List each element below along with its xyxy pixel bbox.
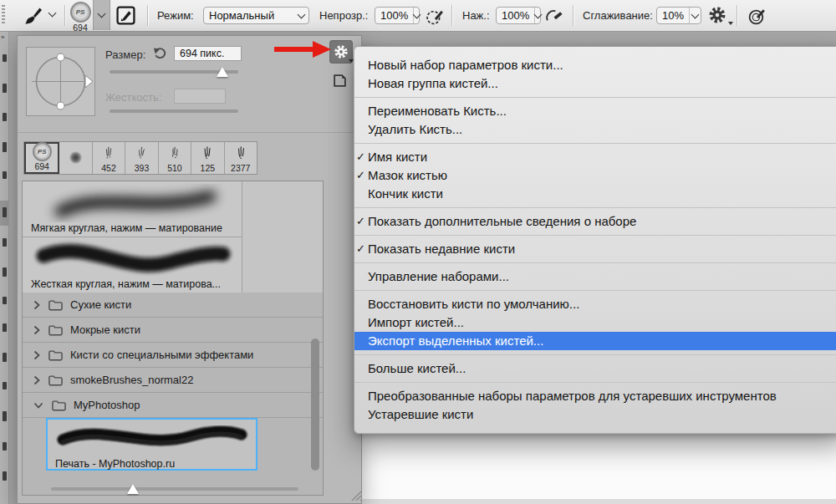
brush-list-item[interactable]: Мягкая круглая, нажим — матирование [23,181,242,237]
brush-size-number: 694 [69,23,91,33]
opacity-select[interactable]: 100% [375,7,420,24]
chevron-right-icon[interactable] [33,350,40,360]
tool-icon-partial[interactable] [3,54,7,62]
divider [573,5,574,26]
menu-item-label: Преобразованные наборы параметров для ус… [368,389,777,403]
chevron-right-icon[interactable] [33,325,40,335]
chevron-right-icon[interactable] [33,300,40,310]
menu-item-more-brushes[interactable]: Больше кистей... [354,359,836,378]
menu-item-label: Мазок кистью [368,168,447,182]
tool-icon-partial[interactable] [3,297,7,304]
brush-preset-preview[interactable]: PS 694 [69,1,91,33]
scrollbar-thumb[interactable] [311,339,319,471]
chevron-down-icon [98,10,106,18]
tool-preset-chevron-icon[interactable] [48,9,57,18]
smoothing-select[interactable]: 10% [656,7,701,24]
recent-brush[interactable]: 125 [191,142,224,174]
chevron-down-icon[interactable] [33,402,43,409]
tool-icon-partial[interactable] [3,442,7,451]
gear-icon [334,44,349,59]
menu-item-legacy-brushes[interactable]: Устаревшие кисти [354,405,836,424]
pressure-opacity-icon[interactable] [426,7,445,26]
menu-item-delete-brush[interactable]: Удалить Кисть... [354,120,836,139]
menu-item-restore-default-brushes[interactable]: Восстановить кисти по умолчанию... [354,295,836,313]
tool-icon-partial[interactable] [3,113,7,121]
tool-icon-partial[interactable] [3,323,7,332]
soft-round-brush-thumbnail [69,151,82,164]
thumbnail-size-slider[interactable] [51,487,298,491]
tool-icon-partial[interactable] [3,207,7,217]
menu-item-brush-stroke[interactable]: ✓Мазок кистью [354,166,836,185]
menu-item-brush-tip[interactable]: Кончик кисти [354,185,836,203]
size-input[interactable] [174,46,242,61]
reset-size-icon[interactable] [153,47,167,60]
menu-item-show-additional-info[interactable]: ✓Показать дополнительные сведения о набо… [354,212,836,231]
pressure-size-icon[interactable] [747,7,767,26]
menu-item-rename-brush[interactable]: Переименовать Кисть... [354,102,836,120]
options-bar-grip[interactable] [2,5,5,25]
panel-menu-gear-button[interactable] [329,40,353,64]
mode-select[interactable]: Нормальный [203,7,309,24]
recent-brush-selected[interactable]: PS 694 [24,142,59,174]
menu-item-label: Показать недавние кисти [368,242,515,256]
folder-row[interactable]: Кисти со специальными эффектами [23,343,323,368]
menu-item-brush-name[interactable]: ✓Имя кисти [354,148,836,166]
canvas-edge [362,499,836,504]
flow-value: 100% [497,9,534,22]
size-slider-thumb[interactable] [217,67,228,77]
folder-row[interactable]: Мокрые кисти [23,318,323,343]
recent-brush[interactable]: 2377 [225,142,257,174]
tool-icon-partial[interactable] [3,84,7,93]
brush-settings-panel-toggle-icon[interactable] [116,6,135,25]
menu-item-preset-manager[interactable]: Управление наборами... [354,267,836,286]
brush-list-item[interactable]: Жесткая круглая, нажим — матирова... [23,237,242,293]
chevron-down-icon [534,8,541,23]
tool-icon-partial[interactable] [3,267,7,277]
tool-icon-partial[interactable] [3,382,7,389]
tool-icon-partial[interactable] [3,238,7,247]
chevron-right-icon[interactable] [33,375,40,385]
divider [64,5,66,26]
scatter-brush-thumbnail [101,145,116,160]
menu-item-show-recent-brushes[interactable]: ✓Показать недавние кисти [354,240,836,258]
brush-list: Мягкая круглая, нажим — матирование Жест… [22,181,324,496]
folder-row[interactable]: Сухие кисти [23,293,323,318]
new-preset-icon[interactable] [333,74,347,88]
mode-value: Нормальный [204,9,294,22]
brush-tool-icon[interactable] [23,6,43,25]
recent-brush[interactable]: 510 [159,142,191,174]
recent-brush[interactable]: 452 [93,142,125,174]
folder-row-expanded[interactable]: MyPhotoshop [23,393,323,418]
hardness-slider [110,109,238,113]
brush-preset-panel: Размер: Жесткость: PS [17,35,362,504]
brush-preset-picker-button[interactable] [93,0,110,30]
recent-brush[interactable] [59,142,92,174]
menu-item-new-brush-group[interactable]: Новая группа кистей... [354,74,836,93]
smoothing-gear-icon[interactable] [708,6,726,24]
collapse-icon[interactable]: » [1,33,4,41]
tool-icon-partial[interactable] [3,411,7,421]
recent-brush[interactable]: 393 [125,142,158,174]
thumbnail-size-slider-thumb[interactable] [127,484,139,494]
tool-icon-partial[interactable] [3,471,7,481]
folder-row[interactable]: smokeBrushes_normal22 [23,368,323,393]
selected-brush-tile[interactable]: Печать - MyPhotoshop.ru [46,418,257,471]
menu-item-label: Управление наборами... [368,269,509,283]
options-bar: PS 694 Режим: Нормальный Непрозр.: 100% … [0,0,836,32]
stylus-pressure-icon[interactable] [544,7,563,26]
tool-icon-partial[interactable] [3,353,7,362]
brush-size-number: 452 [101,163,116,173]
tool-icon-partial[interactable] [3,142,7,152]
flow-select[interactable]: 100% [496,7,541,24]
menu-item-converted-legacy-presets[interactable]: Преобразованные наборы параметров для ус… [354,387,836,405]
menu-item-new-brush-preset[interactable]: Новый набор параметров кисти... [354,56,836,74]
brush-name: Печать - MyPhotoshop.ru [48,458,256,470]
menu-item-export-selected-brushes[interactable]: Экспорт выделенных кистей... [354,332,836,350]
resize-grip-icon[interactable] [350,490,362,501]
menu-item-label: Переименовать Кисть... [368,104,507,118]
tool-icon-partial[interactable] [3,171,7,179]
flow-label: Наж.: [462,9,490,22]
brush-angle-control[interactable] [26,47,95,116]
menu-item-import-brushes[interactable]: Импорт кистей... [354,313,836,332]
brush-stroke-preview [23,181,242,222]
